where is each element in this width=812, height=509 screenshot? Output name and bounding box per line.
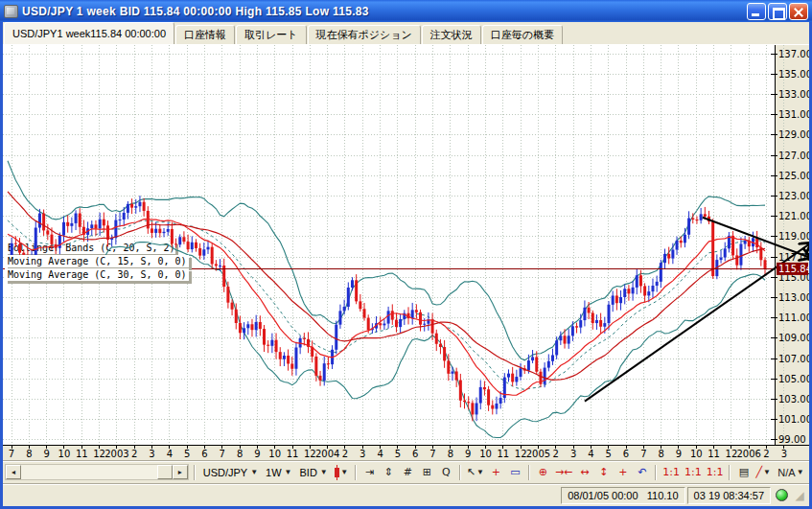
close-button[interactable] [789,3,808,20]
y-axis-label: 121.00 [778,211,809,221]
app-icon [4,5,18,18]
chevron-down-icon: ▼ [250,468,258,476]
scale-1-1-button[interactable]: 1:1 [661,464,682,481]
x-axis-label: 5 [184,449,190,459]
grid-toggle-button[interactable]: # [399,464,417,481]
svg-text:Moving Average (C, 30, S, 0, 0: Moving Average (C, 30, S, 0, 0) [8,269,187,280]
x-axis-label: 8 [448,449,453,459]
x-axis-label: 8 [658,449,663,459]
x-axis-label: 6 [623,449,629,459]
bottom-toolbar: ◂ ▸ USD/JPY ▼ 1W ▼ BID ▼ ▼⇥⇕#⊞Q↖▼+▭⊕→←↔↕… [3,460,809,483]
template-button[interactable]: ▤ [734,464,753,481]
pointer-tool-dropdown[interactable]: ↖▼ [465,464,486,481]
region-select-icon: ▭ [510,466,520,478]
scrollbar-thumb[interactable] [157,465,173,479]
tab-trade-rates[interactable]: 取引レート [236,25,307,44]
title-bar[interactable]: USD/JPY 1 week BID 115.84 00:00:00 High … [0,0,812,22]
tab-account-info[interactable]: 口座情報 [175,25,235,44]
expand-vertical-icon: ↕ [599,466,608,478]
x-axis-label: 6 [412,449,418,459]
current-price-marker: 115.84 [777,263,809,275]
price-chart[interactable]: Bollinger Bands (C, 20, S, 2)Moving Aver… [3,45,809,460]
x-axis-label: 12 [515,449,527,459]
status-bar: 08/01/05 00:00 110.10 03 19 08:34:57 ◢ [3,483,809,506]
y-axis-label: 123.00 [778,191,809,201]
crosshair-tool-button[interactable]: + [487,464,505,481]
timeframe-select[interactable]: 1W ▼ [263,464,294,481]
chevron-down-icon: ▼ [763,468,771,476]
trendline-tool-icon: ╱ [755,466,762,478]
undo-zoom-button[interactable]: ↶ [633,464,651,481]
tab-account-summary[interactable]: 口座毎の概要 [482,25,563,44]
x-axis-label: 2 [763,449,769,459]
x-axis-label: 12 [726,449,738,459]
scroll-left-button[interactable]: ◂ [6,465,21,479]
clock-panel: 03 19 08:34:57 [687,487,771,504]
snap-grid-button[interactable]: ⊞ [418,464,436,481]
x-axis-label: 7 [429,449,435,459]
x-axis-label: 2 [131,449,137,459]
x-axis-label: 2 [553,449,559,459]
expand-vertical-button[interactable]: ↕ [594,464,613,481]
svg-text:115.84: 115.84 [778,264,809,274]
minimize-button[interactable] [747,3,766,20]
expand-horizontal-icon: ↔ [580,466,589,478]
scroll-right-button[interactable]: ▸ [173,465,188,479]
scale-1-1-icon: 1:1 [662,466,680,478]
symbol-select-value: USD/JPY [203,467,247,478]
symbol-select[interactable]: USD/JPY ▼ [200,464,261,481]
quote-button[interactable]: Q [437,464,455,481]
y-axis-label: 109.00 [778,333,809,343]
indicator-dropdown-value: N/A [777,467,795,478]
scale-fit-width-button[interactable]: 1:1 [683,464,704,481]
tab-chart[interactable]: USD/JPY1 week115.84 00:00:00 [4,22,174,44]
x-axis-label: 10 [58,449,71,459]
maximize-button[interactable] [768,3,787,20]
compress-horizontal-icon: →← [555,466,572,478]
x-axis-label: 2 [342,449,348,459]
app-window: USD/JPY 1 week BID 115.84 00:00:00 High … [0,0,812,509]
y-axis-label: 101.00 [778,414,809,425]
indicator-label: Moving Average (C, 30, S, 0, 0) [5,268,192,284]
x-axis-label: 3 [149,449,154,459]
x-axis-label: 8 [26,449,32,459]
y-axis-label: 125.00 [778,171,809,181]
crosshair-tool-icon: + [492,466,500,478]
x-axis-label: 10 [479,449,492,459]
scroll-to-end-button[interactable]: ⇥ [360,464,379,481]
svg-text:Bollinger Bands (C, 20, S, 2): Bollinger Bands (C, 20, S, 2) [8,243,175,253]
x-axis-label: 2006 [737,449,761,459]
x-axis-label: 9 [676,449,682,459]
x-axis-label: 5 [606,449,612,459]
region-select-button[interactable]: ▭ [506,464,524,481]
scrollbar-track[interactable] [21,465,157,479]
tab-order-status[interactable]: 注文状況 [422,25,481,44]
undo-zoom-icon: ↶ [638,466,646,478]
window-title: USD/JPY 1 week BID 115.84 00:00:00 High … [22,5,747,18]
x-axis-label: 11 [287,449,299,459]
tab-open-positions[interactable]: 現在保有ポジション [308,25,421,44]
x-axis-label: 8 [237,449,243,459]
x-axis-label: 7 [220,449,225,459]
scale-fit-all-button[interactable]: 1:1 [705,464,726,481]
zoom-in-button[interactable]: ⊕ [534,464,552,481]
fit-vertical-button[interactable]: ⇕ [380,464,398,481]
compress-horizontal-button[interactable]: →← [553,464,574,481]
x-axis-label: 7 [640,449,646,459]
resize-grip[interactable]: ◢ [793,489,806,502]
chart-style-dropdown[interactable]: ▼ [333,464,351,481]
price-side-select[interactable]: BID ▼ [297,464,331,481]
tab-bar: USD/JPY1 week115.84 00:00:00口座情報取引レート現在保… [3,22,809,45]
trendline-tool-dropdown[interactable]: ╱▼ [754,464,773,481]
indicator-label: Moving Average (C, 15, S, 0, 0) [5,255,192,270]
x-axis-label: 10 [690,449,703,459]
toolbar-separator [459,465,461,480]
chart-scrollbar[interactable]: ◂ ▸ [5,464,189,480]
x-axis-label: 11 [76,449,88,459]
y-axis-label: 111.00 [778,312,809,323]
reset-zoom-button[interactable]: + [614,464,632,481]
x-axis-label: 4 [377,449,383,459]
indicator-dropdown[interactable]: N/A ▼ [775,464,807,481]
expand-horizontal-button[interactable]: ↔ [575,464,593,481]
x-axis-label: 12 [93,449,105,459]
